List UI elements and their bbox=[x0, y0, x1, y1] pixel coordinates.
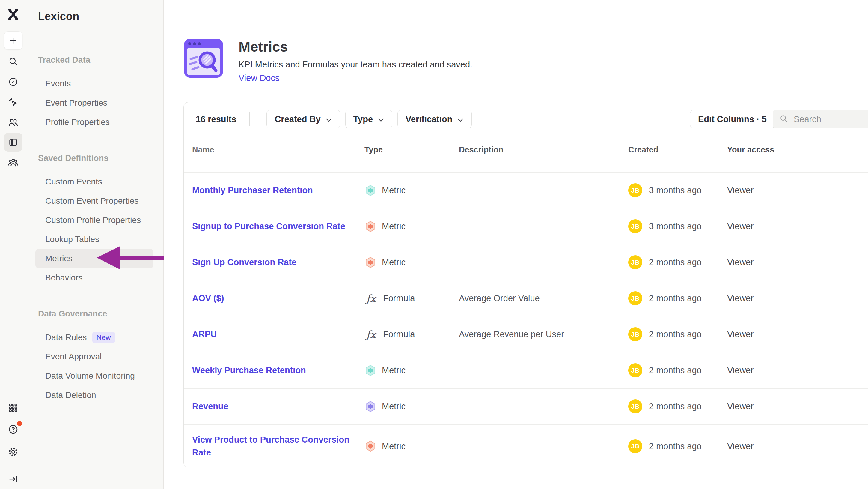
type-label: Metric bbox=[382, 365, 405, 375]
created-cell: JB2 months ago bbox=[628, 399, 727, 413]
sidebar-item-lookup-tables[interactable]: Lookup Tables bbox=[38, 230, 159, 249]
metric-name-link[interactable]: Monthly Purchaser Retention bbox=[192, 184, 313, 197]
metric-name-link[interactable]: AOV ($) bbox=[192, 292, 224, 305]
type-label: Metric bbox=[382, 185, 405, 195]
name-cell: Revenue bbox=[192, 400, 365, 413]
column-header-description: Description bbox=[459, 145, 628, 154]
sidebar-item-data-rules[interactable]: Data RulesNew bbox=[38, 328, 159, 347]
sidebar-item-event-approval[interactable]: Event Approval bbox=[38, 347, 159, 366]
users-icon[interactable] bbox=[6, 115, 20, 130]
sidebar-item-text: Event Properties bbox=[45, 98, 107, 108]
created-cell: JB2 months ago bbox=[628, 255, 727, 269]
type-label: Metric bbox=[382, 441, 405, 451]
created-time: 2 months ago bbox=[649, 441, 702, 451]
name-cell: Monthly Purchaser Retention bbox=[192, 184, 365, 197]
creator-avatar: JB bbox=[628, 291, 642, 306]
metric-name-link[interactable]: Weekly Purchase Retention bbox=[192, 364, 306, 377]
metric-hexagon-icon bbox=[365, 221, 376, 232]
sidebar-item-event-properties[interactable]: Event Properties bbox=[38, 93, 159, 113]
lexicon-book-icon[interactable] bbox=[4, 133, 23, 151]
chevron-down-icon bbox=[378, 114, 384, 124]
sidebar-item-text: Events bbox=[45, 79, 71, 88]
sidebar-item-data-volume-monitoring[interactable]: Data Volume Monitoring bbox=[38, 366, 159, 385]
sidebar-item-custom-event-properties[interactable]: Custom Event Properties bbox=[38, 192, 159, 210]
sidebar-item-custom-profile-properties[interactable]: Custom Profile Properties bbox=[38, 210, 159, 230]
access-cell: Viewer bbox=[727, 441, 868, 451]
sidebar-item-behaviors[interactable]: Behaviors bbox=[38, 268, 159, 287]
filter-created-by-button[interactable]: Created By bbox=[267, 110, 340, 128]
creator-avatar: JB bbox=[628, 255, 642, 269]
metric-name-link[interactable]: Sign Up Conversion Rate bbox=[192, 256, 297, 269]
new-badge: New bbox=[92, 332, 115, 343]
apps-grid-icon[interactable] bbox=[6, 401, 20, 415]
table-row: ARPUƒxFormulaAverage Revenue per UserJB2… bbox=[184, 316, 868, 352]
created-cell: JB2 months ago bbox=[628, 291, 727, 306]
toolbar-divider bbox=[249, 112, 250, 126]
type-cell: Metric bbox=[365, 221, 459, 232]
cursor-click-icon[interactable] bbox=[6, 95, 20, 110]
sidebar-item-text: Custom Profile Properties bbox=[45, 215, 141, 225]
sidebar-title: Lexicon bbox=[38, 10, 79, 23]
sidebar-item-text: Event Approval bbox=[45, 352, 102, 362]
created-time: 3 months ago bbox=[649, 222, 702, 231]
sidebar-item-text: Data Volume Monitoring bbox=[45, 371, 135, 381]
table-row: AOV ($)ƒxFormulaAverage Order ValueJB2 m… bbox=[184, 281, 868, 316]
filter-verification-button[interactable]: Verification bbox=[397, 110, 472, 128]
table-row: Signup to Purchase Conversion Rate Metri… bbox=[184, 208, 868, 244]
sidebar-item-text: Data Rules bbox=[45, 333, 87, 342]
name-cell: ARPU bbox=[192, 328, 365, 341]
metric-name-link[interactable]: ARPU bbox=[192, 328, 217, 341]
edit-columns-button[interactable]: Edit Columns · 5 bbox=[690, 110, 775, 128]
creator-avatar: JB bbox=[628, 183, 642, 197]
metric-name-link[interactable]: Signup to Purchase Conversion Rate bbox=[192, 220, 345, 233]
type-label: Formula bbox=[383, 329, 415, 339]
type-cell: Metric bbox=[365, 257, 459, 268]
sidebar-item-text: Behaviors bbox=[45, 273, 83, 283]
sidebar-item-text: Custom Events bbox=[45, 177, 102, 186]
sidebar-item-events[interactable]: Events bbox=[38, 74, 159, 93]
formula-fx-icon: ƒx bbox=[365, 328, 378, 341]
filter-type-button[interactable]: Type bbox=[345, 110, 393, 128]
table-toolbar: 16 results Created ByTypeVerification Ed… bbox=[184, 102, 868, 136]
team-icon[interactable] bbox=[6, 155, 20, 170]
sidebar-section-label: Saved Definitions bbox=[38, 148, 159, 168]
sidebar-item-metrics[interactable]: Metrics bbox=[35, 249, 153, 268]
metric-hexagon-icon bbox=[365, 440, 376, 452]
metrics-illustration-icon bbox=[183, 38, 224, 78]
metric-hexagon-icon bbox=[365, 184, 376, 197]
rail-divider bbox=[0, 467, 26, 467]
sidebar-section-tracked-data: Tracked DataEventsEvent PropertiesProfil… bbox=[38, 50, 159, 132]
name-cell: AOV ($) bbox=[192, 292, 365, 305]
creator-avatar: JB bbox=[628, 363, 642, 377]
sidebar-item-profile-properties[interactable]: Profile Properties bbox=[38, 113, 159, 132]
name-cell: Sign Up Conversion Rate bbox=[192, 256, 365, 269]
table-row: Monthly Purchaser Retention MetricJB3 mo… bbox=[184, 173, 868, 208]
sidebar-item-data-deletion[interactable]: Data Deletion bbox=[38, 385, 159, 405]
view-docs-link[interactable]: View Docs bbox=[239, 73, 279, 83]
created-cell: JB3 months ago bbox=[628, 183, 727, 197]
description-cell: Average Revenue per User bbox=[459, 329, 628, 339]
compass-icon[interactable] bbox=[6, 75, 20, 89]
table-header-row: NameTypeDescriptionCreatedYour access bbox=[184, 136, 868, 164]
created-cell: JB2 months ago bbox=[628, 327, 727, 341]
metric-hexagon-icon bbox=[365, 401, 376, 412]
sign-out-icon[interactable] bbox=[6, 472, 20, 486]
sidebar-section-data-governance: Data GovernanceData RulesNewEvent Approv… bbox=[38, 304, 159, 405]
search-input[interactable] bbox=[794, 114, 868, 124]
metric-name-link[interactable]: View Product to Purchase Conversion Rate bbox=[192, 433, 365, 459]
chevron-down-icon bbox=[326, 114, 332, 124]
access-cell: Viewer bbox=[727, 222, 868, 231]
created-cell: JB3 months ago bbox=[628, 219, 727, 233]
metric-name-link[interactable]: Revenue bbox=[192, 400, 228, 413]
sidebar-item-custom-events[interactable]: Custom Events bbox=[38, 172, 159, 192]
creator-avatar: JB bbox=[628, 399, 642, 413]
column-header-name: Name bbox=[192, 145, 365, 154]
page-header: Metrics KPI Metrics and Formulas your te… bbox=[183, 38, 472, 83]
search-icon[interactable] bbox=[6, 54, 20, 69]
help-icon[interactable] bbox=[6, 422, 20, 436]
search-box bbox=[773, 110, 868, 128]
table-row: Weekly Purchase Retention MetricJB2 mont… bbox=[184, 352, 868, 389]
type-label: Metric bbox=[382, 257, 405, 267]
settings-icon[interactable] bbox=[6, 444, 20, 459]
create-plus-icon[interactable] bbox=[4, 31, 23, 50]
